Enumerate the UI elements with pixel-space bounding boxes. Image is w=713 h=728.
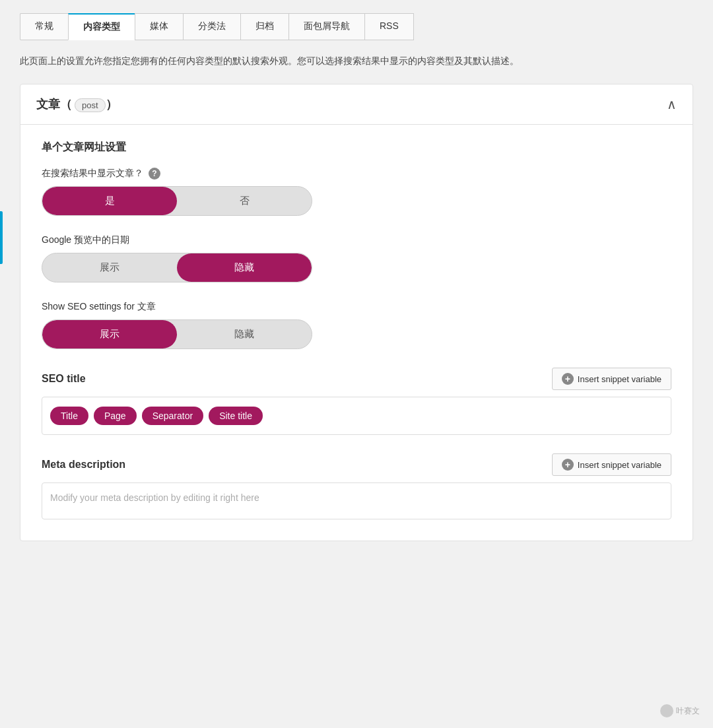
seo-title-label: SEO title (42, 373, 86, 385)
seo-title-section: SEO title + Insert snippet variable Titl… (42, 368, 671, 435)
meta-desc-box[interactable]: Modify your meta description by editing … (42, 482, 671, 519)
meta-desc-insert-btn[interactable]: + Insert snippet variable (552, 453, 671, 476)
tab-taxonomy[interactable]: 分类法 (183, 13, 240, 40)
sub-section-title: 单个文章网址设置 (42, 141, 671, 154)
show-in-search-toggle[interactable]: 是 否 (42, 186, 312, 216)
section-body: 单个文章网址设置 在搜索结果中显示文章？ ? 是 否 Google 预览中的日期 (20, 125, 693, 541)
google-date-label: Google 预览中的日期 (42, 234, 671, 246)
seo-tag-separator[interactable]: Separator (142, 407, 203, 425)
show-seo-show-btn[interactable]: 展示 (42, 320, 177, 348)
tabs-bar: 常规内容类型媒体分类法归档面包屑导航RSS (20, 13, 693, 40)
show-seo-field: Show SEO settings for 文章 展示 隐藏 (42, 301, 671, 349)
meta-description-section: Meta description + Insert snippet variab… (42, 453, 671, 519)
page-description: 此页面上的设置允许您指定您拥有的任何内容类型的默认搜索外观。您可以选择搜索结果中… (20, 53, 680, 68)
meta-desc-label: Meta description (42, 459, 125, 471)
show-in-search-yes-btn[interactable]: 是 (42, 187, 177, 215)
seo-tag-page[interactable]: Page (94, 407, 137, 425)
meta-desc-plus-icon: + (562, 459, 574, 471)
show-seo-label: Show SEO settings for 文章 (42, 301, 671, 313)
watermark-icon (660, 704, 673, 717)
tab-breadcrumb[interactable]: 面包屑导航 (289, 13, 364, 40)
watermark: 叶赛文 (660, 704, 700, 717)
show-seo-hide-btn[interactable]: 隐藏 (177, 320, 312, 348)
tab-rss[interactable]: RSS (364, 13, 414, 40)
post-section-card: 文章（post） ∧ 单个文章网址设置 在搜索结果中显示文章？ ? 是 否 (20, 84, 693, 541)
show-in-search-help-icon[interactable]: ? (149, 168, 160, 180)
seo-title-insert-btn[interactable]: + Insert snippet variable (552, 368, 671, 390)
seo-tag-title[interactable]: Title (50, 407, 88, 425)
google-date-hide-btn[interactable]: 隐藏 (177, 253, 312, 282)
tab-media[interactable]: 媒体 (135, 13, 183, 40)
section-header: 文章（post） ∧ (20, 84, 693, 125)
seo-tag-site-title[interactable]: Site title (209, 407, 263, 425)
google-date-show-btn[interactable]: 展示 (42, 253, 177, 282)
show-seo-toggle[interactable]: 展示 隐藏 (42, 319, 312, 349)
google-date-toggle[interactable]: 展示 隐藏 (42, 253, 312, 282)
google-date-field: Google 预览中的日期 展示 隐藏 (42, 234, 671, 282)
seo-title-plus-icon: + (562, 373, 574, 385)
tab-content-type[interactable]: 内容类型 (68, 13, 135, 40)
section-title: 文章（post） (36, 96, 118, 112)
show-in-search-label: 在搜索结果中显示文章？ ? (42, 168, 671, 180)
show-in-search-field: 在搜索结果中显示文章？ ? 是 否 (42, 168, 671, 216)
collapse-icon[interactable]: ∧ (667, 96, 677, 112)
seo-title-tags-box: TitlePageSeparatorSite title (42, 397, 671, 435)
post-badge: post (75, 98, 106, 112)
meta-desc-header: Meta description + Insert snippet variab… (42, 453, 671, 476)
show-in-search-no-btn[interactable]: 否 (177, 187, 312, 215)
tab-general[interactable]: 常规 (20, 13, 68, 40)
tab-archive[interactable]: 归档 (240, 13, 289, 40)
seo-title-header: SEO title + Insert snippet variable (42, 368, 671, 390)
